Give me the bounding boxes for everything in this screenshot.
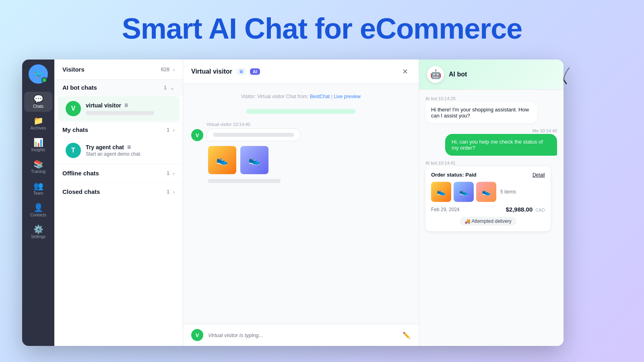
ai-bot-chats-count: 1 (164, 84, 167, 90)
virtual-visitor-avatar: V (66, 101, 81, 116)
virtual-visitor-info: virtual visitor 🖥 (86, 102, 171, 115)
insights-icon: 📊 (33, 138, 43, 146)
contacts-label: Contacts (30, 213, 46, 217)
agent-chat-item[interactable]: T Try agent chat 🖥 Start an agent demo c… (58, 138, 180, 163)
edit-icon[interactable]: ✏️ (402, 331, 411, 339)
visitors-count: 628 (161, 66, 170, 72)
my-chats-header[interactable]: My chats 1 › (54, 122, 183, 137)
logo-online-badge (41, 77, 47, 83)
order-price: $2,988.00 CAD (506, 206, 545, 213)
agent-chat-info: Try agent chat 🖥 Start an agent demo cha… (86, 144, 171, 157)
product-thumb-1: 👟 (208, 146, 236, 174)
ai-bot-chats-title: AI bot chats (62, 84, 97, 91)
archives-label: Archives (31, 126, 46, 130)
chat-header: Virtual visitor 🖥 AI ✕ (183, 60, 419, 84)
virtual-visitor-chat-item[interactable]: V virtual visitor 🖥 (58, 96, 180, 121)
training-label: Training (31, 169, 45, 174)
virtual-visitor-name: virtual visitor 🖥 (86, 102, 171, 109)
ai-msg-2-timestamp: AI bot 10:14:41 (425, 160, 557, 165)
main-ui-container: 🐦 💬 Chats 📁 Archives 📊 Insights 📚 Traini… (22, 60, 564, 346)
ai-bot-header: 🤖 AI bot (419, 60, 564, 90)
team-icon: 👥 (33, 182, 43, 190)
order-currency: CAD (535, 208, 545, 212)
live-preview-link[interactable]: Live preview (334, 94, 361, 99)
visitor-message-area: Virtual visitor 10:14:40 (206, 122, 301, 141)
order-status: Order status: Paid (431, 172, 477, 178)
sidebar-item-archives[interactable]: 📁 Archives (24, 113, 52, 134)
app-logo: 🐦 (29, 64, 48, 84)
delivery-badge: 🚚 Attempted delivery (460, 217, 516, 226)
product-images-area: 👟 👟 (208, 146, 411, 174)
virtual-visitor-sub (86, 111, 154, 115)
order-thumb-1: 👟 (431, 182, 451, 202)
chat-content-placeholder (208, 179, 281, 183)
visitor-name-time: Virtual visitor 10:14:40 (206, 122, 301, 127)
bot-message-placeholder (191, 106, 411, 117)
order-items-count: 5 items (500, 189, 516, 195)
monitor-badge: 🖥 (236, 68, 246, 75)
settings-label: Settings (31, 234, 45, 239)
closed-chats-chevron-icon: › (173, 189, 175, 195)
hero-title: Smart AI Chat for eCommerce (0, 12, 644, 45)
chat-header-title: Virtual visitor (191, 68, 232, 75)
visitor-bubble (206, 128, 301, 141)
visitor-chat-avatar: V (191, 129, 203, 141)
bestchat-link[interactable]: BestChat (310, 94, 330, 99)
sidebar: 🐦 💬 Chats 📁 Archives 📊 Insights 📚 Traini… (22, 60, 54, 346)
ai-msg-1-bubble: Hi there! I'm your shopping assistant. H… (425, 102, 537, 123)
user-message-area: Me 10:14:40 Hi, can you help me check th… (425, 128, 557, 156)
offline-chats-count: 1 (167, 170, 169, 176)
product-thumb-2: 👟 (240, 146, 268, 174)
closed-chats-count: 1 (167, 189, 169, 195)
closed-chats-title: Closed chats (62, 188, 100, 195)
ai-bot-chats-header[interactable]: AI bot chats 1 ⌄ (54, 80, 183, 95)
agent-avatar: T (66, 143, 81, 158)
closed-chats-header[interactable]: Closed chats 1 › (54, 182, 183, 201)
my-chats-chevron-icon: › (173, 127, 175, 133)
my-chats-title: My chats (62, 126, 88, 133)
sidebar-item-team[interactable]: 👥 Team (24, 179, 52, 199)
order-detail-link[interactable]: Detail (533, 172, 545, 178)
sidebar-item-chats[interactable]: 💬 Chats (24, 92, 52, 112)
chats-label: Chats (33, 104, 43, 109)
typing-avatar: V (191, 329, 203, 341)
offline-chats-title: Offline chats (62, 170, 99, 177)
chat-body: Visitor: Virtual visitor Chat from: Best… (183, 84, 419, 324)
sidebar-item-training[interactable]: 📚 Training (24, 157, 52, 177)
chat-list-panel: Visitors 628 › AI bot chats 1 ⌄ V virtua… (54, 60, 183, 346)
typing-bar: V Virtual visitor is typing... ✏️ (183, 324, 419, 346)
offline-chats-chevron-icon: › (173, 170, 175, 177)
visitors-section-header[interactable]: Visitors 628 › (54, 60, 183, 80)
ai-bot-chats-chevron-icon: ⌄ (170, 84, 175, 91)
training-icon: 📚 (33, 160, 43, 168)
chat-info-bar: Visitor: Virtual visitor Chat from: Best… (191, 92, 411, 101)
team-label: Team (33, 191, 43, 195)
insights-label: Insights (31, 148, 45, 152)
visitors-chevron-icon: › (173, 66, 175, 73)
offline-chats-header[interactable]: Offline chats 1 › (54, 164, 183, 182)
order-status-row: Order status: Paid Detail (431, 172, 545, 178)
order-thumb-3: 👟 (476, 182, 496, 202)
ai-msg-1-timestamp: AI bot 10:14:29 (425, 96, 557, 101)
agent-chat-name: Try agent chat 🖥 (86, 144, 171, 150)
sidebar-item-contacts[interactable]: 👤 Contacts (24, 200, 52, 220)
chats-icon: 💬 (33, 95, 43, 103)
sidebar-item-settings[interactable]: ⚙️ Settings (24, 222, 52, 242)
order-date: Feb 29, 2024 (431, 207, 460, 212)
ai-bot-panel: 🤖 AI bot AI bot 10:14:29 Hi there! I'm y… (419, 60, 564, 346)
chat-main-area: Virtual visitor 🖥 AI ✕ Visitor: Virtual … (183, 60, 419, 346)
order-images: 👟 👟 👟 5 items (431, 182, 545, 202)
chat-close-button[interactable]: ✕ (399, 66, 411, 77)
user-msg-timestamp: Me 10:14:40 (533, 128, 557, 133)
ai-bot-message-2: AI bot 10:14:41 Order status: Paid Detai… (425, 160, 557, 231)
order-card: Order status: Paid Detail 👟 👟 👟 5 items … (425, 166, 551, 231)
settings-icon: ⚙️ (33, 225, 43, 233)
ai-bot-messages: AI bot 10:14:29 Hi there! I'm your shopp… (419, 90, 564, 346)
delivery-badge-container: 🚚 Attempted delivery (431, 216, 545, 226)
ai-bot-title: AI bot (449, 71, 467, 78)
contacts-icon: 👤 (33, 204, 43, 212)
ai-bot-message-1: AI bot 10:14:29 Hi there! I'm your shopp… (425, 96, 557, 123)
typing-text: Virtual visitor is typing... (208, 332, 263, 338)
sidebar-item-insights[interactable]: 📊 Insights (24, 135, 52, 155)
order-thumb-2: 👟 (454, 182, 474, 202)
